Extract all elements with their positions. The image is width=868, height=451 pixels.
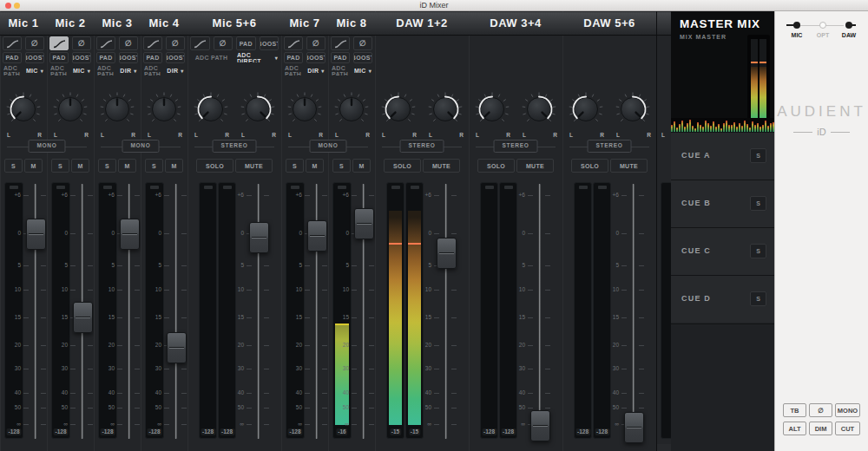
mute-button[interactable]: M bbox=[352, 159, 371, 173]
solo-button[interactable]: SOLO bbox=[384, 159, 421, 173]
solo-button[interactable]: SOLO bbox=[477, 159, 515, 173]
cue-tab-cue-d[interactable]: CUE DS bbox=[671, 275, 774, 323]
adc-path-select[interactable]: MIC▾ bbox=[25, 65, 44, 76]
pad-button[interactable]: PAD bbox=[3, 52, 22, 63]
mute-button[interactable]: M bbox=[306, 159, 324, 173]
pan-knob[interactable] bbox=[379, 90, 418, 128]
pan-knob[interactable] bbox=[332, 90, 371, 128]
fader-handle[interactable] bbox=[354, 208, 374, 239]
mute-button[interactable]: M bbox=[24, 159, 43, 173]
boost-button[interactable]: BOOST bbox=[353, 52, 372, 63]
cue-tab-cue-a[interactable]: CUE AS bbox=[671, 132, 774, 180]
phase-button[interactable]: ∅ bbox=[119, 36, 138, 50]
mute-button[interactable]: MUTE bbox=[610, 159, 648, 173]
stereo-link-toggle[interactable]: MONO bbox=[28, 140, 65, 153]
monitor-button-mono[interactable]: MONO bbox=[835, 403, 860, 417]
selector-dot-opt[interactable] bbox=[819, 22, 826, 29]
cue-solo-button[interactable]: S bbox=[750, 291, 766, 306]
monitor-button-alt[interactable]: ALT bbox=[783, 422, 806, 435]
fader-track[interactable] bbox=[632, 184, 635, 439]
cue-solo-button[interactable]: S bbox=[750, 148, 766, 163]
pan-knob[interactable] bbox=[239, 90, 277, 128]
monitor-button--[interactable]: ∅ bbox=[809, 403, 832, 417]
pad-button[interactable]: PAD bbox=[284, 52, 303, 63]
cue-solo-button[interactable]: S bbox=[750, 196, 766, 211]
boost-button[interactable]: BOOST bbox=[119, 52, 138, 63]
hpf-filter-button[interactable] bbox=[331, 36, 350, 50]
mute-button[interactable]: M bbox=[71, 159, 89, 173]
stereo-link-toggle[interactable]: STEREO bbox=[213, 140, 257, 153]
adc-path-select[interactable]: MIC▾ bbox=[353, 65, 372, 76]
pad-button[interactable]: PAD bbox=[236, 36, 256, 50]
mute-button[interactable]: M bbox=[165, 159, 183, 173]
hpf-filter-button[interactable] bbox=[3, 36, 22, 50]
pad-button[interactable]: PAD bbox=[96, 52, 115, 63]
pan-knob[interactable] bbox=[567, 90, 605, 128]
hpf-filter-button[interactable] bbox=[49, 36, 69, 50]
phase-button[interactable]: ∅ bbox=[306, 36, 326, 50]
phase-button[interactable]: ∅ bbox=[25, 36, 44, 50]
fader-track[interactable] bbox=[444, 184, 447, 439]
selector-dot-daw[interactable] bbox=[845, 22, 852, 29]
solo-button[interactable]: S bbox=[145, 159, 163, 173]
monitor-button-tb[interactable]: TB bbox=[783, 403, 806, 417]
solo-button[interactable]: S bbox=[98, 159, 116, 173]
boost-button[interactable]: BOOST bbox=[260, 36, 279, 50]
minimize-window-button[interactable] bbox=[14, 3, 20, 9]
fader-handle[interactable] bbox=[437, 238, 457, 269]
pan-knob[interactable] bbox=[614, 90, 652, 128]
fader-handle[interactable] bbox=[167, 332, 187, 363]
stereo-link-toggle[interactable]: STEREO bbox=[588, 140, 632, 153]
pan-knob[interactable] bbox=[4, 90, 43, 128]
adc-path-select[interactable]: DIR▾ bbox=[166, 65, 185, 76]
fader-handle[interactable] bbox=[624, 412, 644, 443]
cue-tab-cue-b[interactable]: CUE BS bbox=[671, 180, 774, 227]
pad-button[interactable]: PAD bbox=[49, 52, 69, 63]
solo-button[interactable]: S bbox=[4, 159, 23, 173]
cue-tab-cue-c[interactable]: CUE CS bbox=[671, 227, 774, 275]
hpf-filter-button[interactable] bbox=[284, 36, 303, 50]
boost-button[interactable]: BOOST bbox=[25, 52, 44, 63]
pan-knob[interactable] bbox=[426, 90, 464, 128]
pan-knob[interactable] bbox=[520, 90, 558, 128]
selector-dot-mic[interactable] bbox=[793, 22, 800, 29]
adc-path-select[interactable]: MIC▾ bbox=[72, 65, 91, 76]
phase-button[interactable]: ∅ bbox=[166, 36, 185, 50]
phase-button[interactable]: ∅ bbox=[214, 36, 233, 50]
adc-path-select[interactable]: DIR▾ bbox=[306, 65, 326, 76]
close-window-button[interactable] bbox=[5, 3, 11, 9]
solo-button[interactable]: SOLO bbox=[571, 159, 608, 173]
mute-button[interactable]: MUTE bbox=[235, 159, 273, 173]
fader-handle[interactable] bbox=[26, 219, 46, 250]
fader-handle[interactable] bbox=[249, 222, 269, 253]
monitor-button-dim[interactable]: DIM bbox=[809, 422, 832, 435]
hpf-filter-button[interactable] bbox=[190, 36, 210, 50]
solo-button[interactable]: S bbox=[286, 159, 304, 173]
fader-handle[interactable] bbox=[530, 410, 550, 441]
pan-knob[interactable] bbox=[286, 90, 324, 128]
boost-button[interactable]: BOOST bbox=[306, 52, 326, 63]
fader-handle[interactable] bbox=[307, 220, 327, 252]
monitor-button-cut[interactable]: CUT bbox=[835, 422, 860, 435]
hpf-filter-button[interactable] bbox=[96, 36, 115, 50]
cue-solo-button[interactable]: S bbox=[750, 244, 766, 258]
solo-button[interactable]: S bbox=[51, 159, 69, 173]
fader-track[interactable] bbox=[174, 184, 177, 439]
fader-handle[interactable] bbox=[120, 219, 140, 250]
boost-button[interactable]: BOOST bbox=[166, 52, 185, 63]
adc-path-select[interactable]: DIR▾ bbox=[119, 65, 138, 76]
pad-button[interactable]: PAD bbox=[331, 52, 350, 63]
phase-button[interactable]: ∅ bbox=[353, 36, 372, 50]
pan-knob[interactable] bbox=[192, 90, 230, 128]
solo-button[interactable]: SOLO bbox=[196, 159, 233, 173]
master-mix-header[interactable]: MASTER MIX MIX MASTER bbox=[671, 11, 774, 132]
stereo-link-toggle[interactable]: MONO bbox=[309, 140, 346, 153]
boost-button[interactable]: BOOST bbox=[72, 52, 91, 63]
solo-button[interactable]: S bbox=[332, 159, 351, 173]
stereo-link-toggle[interactable]: STEREO bbox=[494, 140, 538, 153]
fader-track[interactable] bbox=[538, 184, 541, 439]
pan-knob[interactable] bbox=[51, 90, 89, 128]
fader-handle[interactable] bbox=[73, 302, 93, 333]
hpf-filter-button[interactable] bbox=[143, 36, 162, 50]
mute-button[interactable]: MUTE bbox=[516, 159, 554, 173]
